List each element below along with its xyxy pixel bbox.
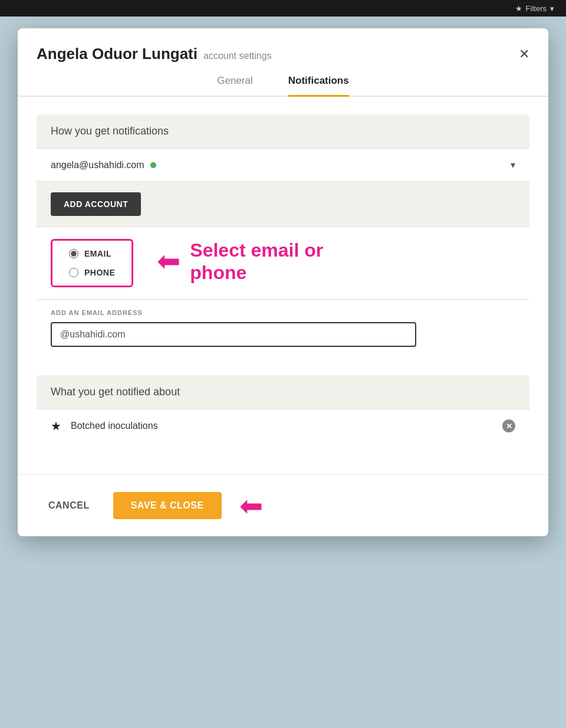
- email-radio-label: EMAIL: [84, 249, 111, 258]
- modal-subtitle: account settings: [203, 51, 272, 61]
- annotation-text: Select email orphone: [190, 239, 323, 284]
- modal-body: How you get notifications angela@ushahid…: [18, 97, 548, 474]
- account-email-row[interactable]: angela@ushahidi.com ▾: [37, 148, 529, 181]
- annotation-area: ⬅ Select email orphone: [157, 239, 515, 284]
- phone-radio-input[interactable]: [69, 268, 78, 277]
- account-email-text: angela@ushahidi.com: [51, 160, 144, 170]
- tab-general[interactable]: General: [217, 75, 252, 97]
- cancel-button[interactable]: CANCEL: [37, 492, 101, 519]
- contact-type-box: EMAIL PHONE: [51, 239, 133, 287]
- account-settings-modal: Angela Oduor Lungati account settings ✕ …: [18, 28, 548, 536]
- save-close-button[interactable]: SAVE & CLOSE: [113, 492, 222, 519]
- close-button[interactable]: ✕: [519, 48, 529, 61]
- email-input-field[interactable]: [51, 322, 416, 347]
- how-notifications-header: How you get notifications: [37, 114, 529, 148]
- tabs-bar: General Notifications: [18, 63, 548, 97]
- what-notifications-section: What you get notified about ★ Botched in…: [37, 375, 529, 442]
- email-input-label: ADD AN EMAIL ADDRESS: [51, 309, 515, 316]
- email-radio-input[interactable]: [69, 249, 78, 258]
- account-email-info: angela@ushahidi.com: [51, 160, 156, 170]
- modal-footer: CANCEL SAVE & CLOSE ⬅: [18, 474, 548, 536]
- filters-label: Filters: [526, 4, 547, 13]
- notification-name: Botched inoculations: [71, 421, 158, 431]
- remove-notification-button[interactable]: ✕: [502, 419, 515, 432]
- what-notifications-header: What you get notified about: [37, 375, 529, 409]
- email-radio-option[interactable]: EMAIL: [69, 249, 115, 258]
- add-account-row: ADD ACCOUNT: [37, 181, 529, 227]
- footer-arrow-icon: ⬅: [239, 489, 263, 522]
- top-bar: ★ Filters ▾: [0, 0, 566, 17]
- how-notifications-section: How you get notifications angela@ushahid…: [37, 114, 529, 361]
- tab-notifications[interactable]: Notifications: [288, 75, 349, 97]
- user-name: Angela Oduor Lungati: [37, 45, 198, 63]
- chevron-down-icon: ▾: [511, 159, 515, 170]
- modal-overlay: Angela Oduor Lungati account settings ✕ …: [0, 17, 566, 560]
- modal-title: Angela Oduor Lungati account settings: [37, 45, 272, 63]
- phone-radio-option[interactable]: PHONE: [69, 268, 115, 277]
- chevron-icon: ▾: [550, 4, 554, 13]
- notification-item-left: ★ Botched inoculations: [51, 419, 158, 433]
- remove-icon: ✕: [502, 419, 515, 432]
- add-account-button[interactable]: ADD ACCOUNT: [51, 192, 141, 216]
- modal-header: Angela Oduor Lungati account settings ✕: [18, 28, 548, 63]
- notification-item: ★ Botched inoculations ✕: [37, 409, 529, 442]
- phone-radio-label: PHONE: [84, 268, 115, 277]
- star-icon: ★: [515, 4, 522, 13]
- filters-bar: ★ Filters ▾: [515, 4, 554, 13]
- star-icon: ★: [51, 419, 61, 433]
- status-indicator: [150, 162, 156, 168]
- contact-type-row: EMAIL PHONE ⬅ Select email orphone: [37, 227, 529, 299]
- left-arrow-icon: ⬅: [157, 247, 180, 276]
- email-input-row: ADD AN EMAIL ADDRESS: [37, 299, 529, 361]
